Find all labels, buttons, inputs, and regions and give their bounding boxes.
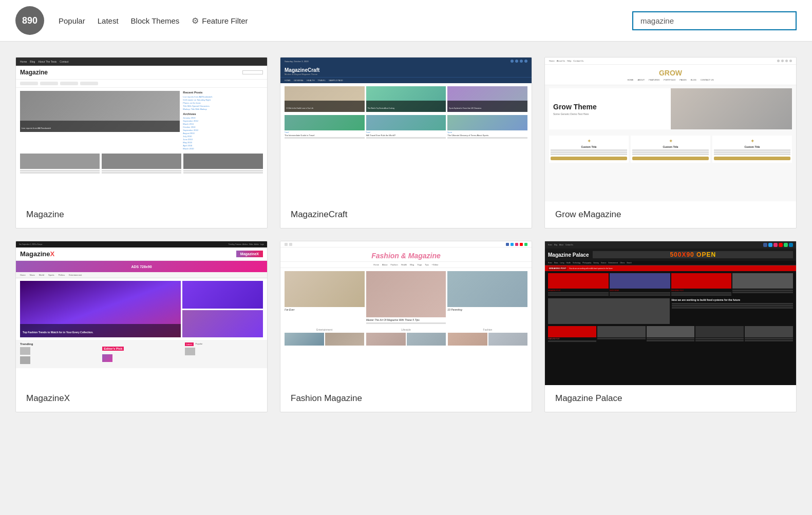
theme-title-fashion: Fashion Magazine xyxy=(280,385,532,412)
main-nav: Popular Latest Block Themes ⚙ Feature Fi… xyxy=(59,16,618,26)
theme-card-magazinecraft[interactable]: Saturday, October 3, 2020 MagazineCraft xyxy=(280,57,532,228)
theme-preview-palace: Home Blog About Contact Us xyxy=(545,241,796,385)
search-box xyxy=(632,11,797,30)
feature-filter[interactable]: ⚙ Feature Filter xyxy=(192,16,248,26)
feature-filter-label: Feature Filter xyxy=(202,16,248,25)
theme-title-magazinex: MagazineX xyxy=(16,385,267,412)
theme-preview-magazinex: Sat, September 1, 2023 in Europe Trendin… xyxy=(16,241,267,385)
theme-count-badge: 890 xyxy=(15,6,44,35)
theme-preview-grow: Home About Us Help Contact Us xyxy=(545,58,796,201)
theme-card-magazine[interactable]: Home Blog About The Tests Contact Magazi… xyxy=(15,57,268,228)
theme-card-magazinex[interactable]: Sat, September 1, 2023 in Europe Trendin… xyxy=(15,241,268,412)
theme-count: 890 xyxy=(22,15,37,26)
theme-card-palace[interactable]: Home Blog About Contact Us xyxy=(544,241,797,412)
theme-card-grow[interactable]: Home About Us Help Contact Us xyxy=(544,57,797,228)
theme-title-grow: Grow eMagazine xyxy=(545,201,796,228)
theme-preview-magazinecraft: Saturday, October 3, 2020 MagazineCraft xyxy=(280,58,532,201)
theme-preview-magazine: Home Blog About The Tests Contact Magazi… xyxy=(16,58,267,201)
header: 890 Popular Latest Block Themes ⚙ Featur… xyxy=(0,0,812,42)
theme-title-magazinecraft: MagazineCraft xyxy=(280,201,532,228)
nav-block-themes[interactable]: Block Themes xyxy=(131,16,180,25)
themes-grid: Home Blog About The Tests Contact Magazi… xyxy=(0,42,812,428)
nav-popular[interactable]: Popular xyxy=(59,16,85,25)
nav-latest[interactable]: Latest xyxy=(98,16,119,25)
search-input[interactable] xyxy=(632,11,797,30)
theme-card-fashion[interactable]: Fashion & Magazine Home About Fashion He… xyxy=(280,241,532,412)
gear-icon: ⚙ xyxy=(192,16,199,26)
theme-title-magazine: Magazine xyxy=(16,201,267,228)
theme-title-palace: Magazine Palace xyxy=(545,385,796,412)
theme-preview-fashion: Fashion & Magazine Home About Fashion He… xyxy=(280,241,532,385)
